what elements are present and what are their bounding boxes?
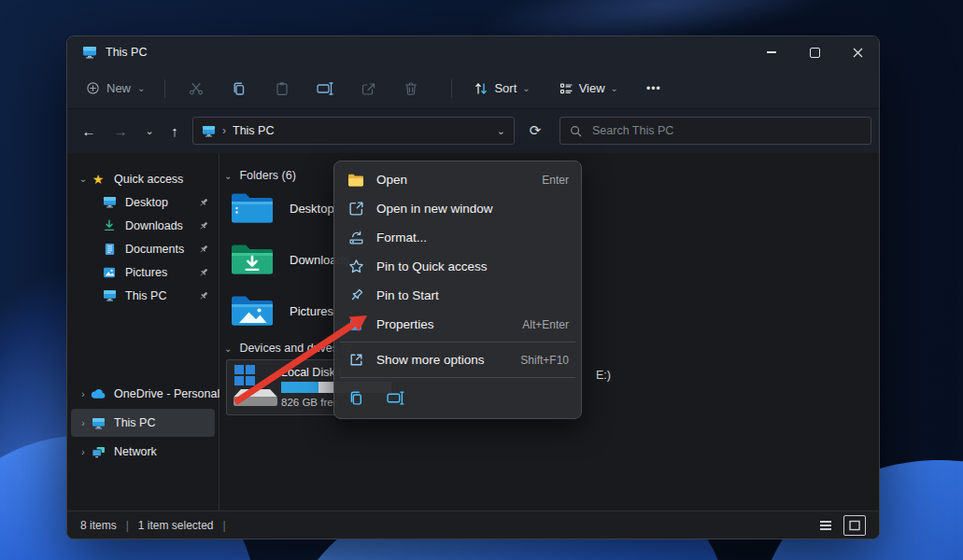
cut-button[interactable] (179, 74, 213, 104)
more-options-button[interactable]: ••• (639, 82, 669, 95)
folder-tile-pictures[interactable]: Pictures (230, 291, 333, 330)
sidebar-item-downloads[interactable]: Downloads (71, 214, 215, 237)
folder-tile-desktop[interactable]: Desktop (230, 189, 334, 228)
search-icon (570, 125, 582, 137)
delete-button[interactable] (394, 74, 428, 104)
sidebar-item-this-pc-pinned[interactable]: This PC (71, 284, 215, 307)
folder-pictures-icon (230, 291, 275, 330)
up-button[interactable]: ↑ (161, 117, 189, 145)
details-view-button[interactable] (815, 516, 836, 535)
menu-item-label: Format... (376, 231, 427, 245)
sort-button[interactable]: Sort ⌄ (466, 81, 537, 96)
sidebar-item-label: OneDrive - Personal (114, 387, 220, 400)
menu-item-shortcut: Enter (542, 174, 569, 187)
large-icons-view-button[interactable] (843, 515, 866, 536)
rename-button[interactable] (308, 74, 342, 104)
chevron-down-icon: ⌄ (77, 174, 90, 184)
titlebar-title: This PC (67, 46, 147, 59)
menu-item-shortcut: Alt+Enter (522, 318, 569, 331)
sidebar-item-documents[interactable]: Documents (71, 237, 215, 260)
address-dropdown-icon[interactable]: ⌄ (497, 125, 505, 137)
paste-button[interactable] (265, 74, 299, 104)
quick-access-star-icon: ★ (90, 173, 106, 186)
chevron-down-icon: ⌄ (224, 171, 232, 181)
copy-icon (232, 81, 247, 96)
search-input[interactable] (590, 123, 861, 138)
sidebar-item-pictures[interactable]: Pictures (71, 260, 215, 284)
details-view-icon (819, 520, 832, 531)
sidebar-item-onedrive[interactable]: › OneDrive - Personal (71, 380, 215, 408)
folder-desktop-icon (230, 189, 275, 228)
downloads-icon (101, 219, 118, 232)
sidebar-item-network[interactable]: › Network (71, 438, 215, 466)
menu-item-open[interactable]: Open Enter (338, 165, 577, 194)
status-bar: 8 items | 1 item selected | (67, 511, 879, 539)
search-box[interactable] (559, 117, 871, 145)
menu-item-shortcut: Shift+F10 (520, 354, 569, 367)
new-button[interactable]: New ⌄ (80, 81, 150, 95)
menu-item-format[interactable]: Format... (338, 223, 577, 252)
navigation-bar: ← → ⌄ ↑ › This PC ⌄ ⟳ (67, 109, 879, 153)
window-title: This PC (106, 46, 147, 59)
folders-group-label: Folders (6) (239, 169, 295, 182)
drive-tile-clipped-label[interactable]: E:) (596, 369, 611, 382)
copy-icon-button[interactable] (348, 390, 364, 406)
folder-tile-label: Desktop (290, 202, 334, 216)
menu-item-label: Show more options (376, 353, 485, 367)
minimize-icon (767, 51, 776, 52)
folder-tile-downloads[interactable]: Downloads (230, 240, 349, 279)
address-bar[interactable]: › This PC ⌄ (192, 117, 515, 145)
chevron-right-icon: › (77, 418, 90, 428)
folders-group-header[interactable]: ⌄ Folders (6) (224, 169, 296, 182)
menu-item-show-more-options[interactable]: Show more options Shift+F10 (338, 345, 577, 374)
menu-item-open-in-new-window[interactable]: Open in new window (338, 194, 577, 223)
share-button[interactable] (351, 74, 385, 104)
menu-item-label: Pin to Start (376, 288, 439, 302)
chevron-down-icon: ⌄ (611, 84, 618, 93)
sidebar-item-label: Documents (125, 243, 184, 256)
format-drive-icon (347, 230, 365, 245)
refresh-button[interactable]: ⟳ (521, 117, 549, 145)
maximize-button[interactable] (793, 36, 836, 68)
scissors-icon (189, 81, 204, 96)
back-button[interactable]: ← (75, 117, 103, 145)
open-new-window-icon (347, 201, 365, 217)
drive-usage-fill (281, 382, 319, 393)
sidebar-item-label: Quick access (114, 173, 183, 186)
window-controls (750, 36, 879, 68)
sidebar-item-label: This PC (114, 416, 155, 429)
sidebar-item-desktop[interactable]: Desktop (71, 190, 215, 214)
pushpin-outline-icon (347, 287, 365, 303)
trash-icon (404, 81, 418, 96)
breadcrumb-location[interactable]: This PC (233, 124, 274, 137)
desktop-icon (101, 196, 118, 208)
view-list-icon (559, 81, 574, 96)
view-toggles (815, 515, 866, 536)
close-button[interactable] (836, 36, 879, 68)
status-separator: | (223, 519, 226, 532)
items-count: 8 items (80, 519, 117, 532)
recent-locations-button[interactable]: ⌄ (135, 117, 163, 145)
plus-circle-icon (86, 81, 100, 95)
sidebar-item-quick-access[interactable]: ⌄ ★ Quick access (71, 167, 215, 190)
rename-icon-button[interactable] (387, 391, 404, 405)
forward-button[interactable]: → (106, 117, 135, 145)
menu-item-label: Open (376, 173, 407, 187)
menu-item-pin-to-start[interactable]: Pin to Start (338, 281, 577, 310)
pin-icon (198, 290, 209, 301)
sidebar-item-label: Desktop (125, 196, 168, 209)
properties-icon (347, 317, 365, 332)
command-toolbar: New ⌄ (67, 68, 879, 109)
desktop: This PC New ⌄ (0, 0, 963, 560)
sidebar-item-this-pc[interactable]: › This PC (71, 409, 215, 437)
selection-count: 1 item selected (138, 519, 214, 532)
view-button[interactable]: View ⌄ (551, 81, 626, 96)
copy-button[interactable] (222, 74, 256, 104)
minimize-button[interactable] (750, 36, 793, 68)
menu-item-pin-to-quick-access[interactable]: Pin to Quick access (338, 252, 577, 281)
menu-separator (340, 342, 575, 343)
status-separator: | (126, 519, 129, 532)
menu-item-properties[interactable]: Properties Alt+Enter (338, 310, 577, 339)
sort-arrows-icon (474, 81, 489, 96)
new-button-label: New (106, 81, 131, 95)
